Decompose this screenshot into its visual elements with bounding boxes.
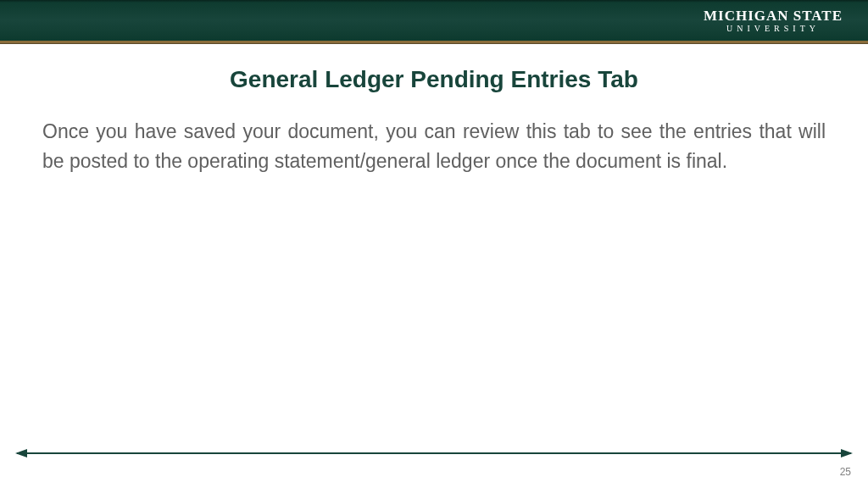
footer-divider-arrow [17,452,851,454]
logo-sub-text: UNIVERSITY [704,25,843,33]
university-logo: MICHIGAN STATE UNIVERSITY [704,8,843,33]
slide-title: General Ledger Pending Entries Tab [42,66,826,93]
slide-body-text: Once you have saved your document, you c… [42,117,826,175]
slide-content: General Ledger Pending Entries Tab Once … [0,41,868,175]
logo-main-text: MICHIGAN STATE [704,8,843,23]
header-bar: MICHIGAN STATE UNIVERSITY [0,0,868,41]
header-accent-bar [0,41,868,44]
page-number: 25 [840,466,851,478]
